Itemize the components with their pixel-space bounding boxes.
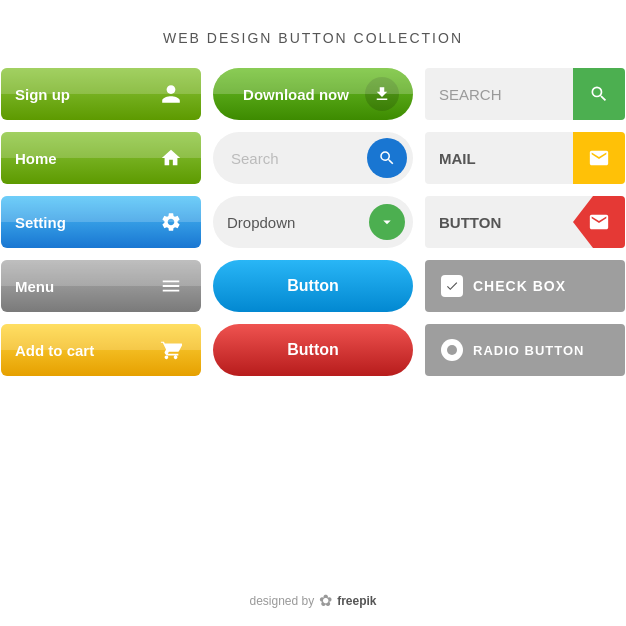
button-label: BUTTON <box>425 214 573 231</box>
dropdown-button[interactable]: Dropdown <box>213 196 413 248</box>
footer-text: designed by <box>249 594 314 608</box>
signup-label: Sign up <box>15 86 155 103</box>
user-icon <box>155 78 187 110</box>
setting-button[interactable]: Setting <box>1 196 201 248</box>
freepik-logo: ✿ <box>319 591 332 610</box>
download-label: Download now <box>227 86 365 103</box>
search-bar-1[interactable]: SEARCH <box>425 68 625 120</box>
radio-inner <box>447 345 457 355</box>
checkbox-check <box>441 275 463 297</box>
pill-button-1[interactable]: Button <box>213 260 413 312</box>
home-icon <box>155 142 187 174</box>
red-mail-icon <box>573 196 625 248</box>
mail-button[interactable]: MAIL <box>425 132 625 184</box>
add-to-cart-label: Add to cart <box>15 342 155 359</box>
radio-button[interactable]: RADIO BUTTON <box>425 324 625 376</box>
search-placeholder: SEARCH <box>425 86 573 103</box>
checkbox-button[interactable]: CHECK BOX <box>425 260 625 312</box>
search-button-icon[interactable] <box>573 68 625 120</box>
search-bar-2[interactable]: Search <box>213 132 413 184</box>
download-icon <box>365 77 399 111</box>
download-button[interactable]: Download now <box>213 68 413 120</box>
settings-icon <box>155 206 187 238</box>
signup-button[interactable]: Sign up <box>1 68 201 120</box>
setting-label: Setting <box>15 214 155 231</box>
dropdown-icon <box>369 204 405 240</box>
cart-icon <box>155 334 187 366</box>
add-to-cart-button[interactable]: Add to cart <box>1 324 201 376</box>
menu-button[interactable]: Menu <box>1 260 201 312</box>
mail-icon <box>573 132 625 184</box>
radio-circle <box>441 339 463 361</box>
button-red-mail[interactable]: BUTTON <box>425 196 625 248</box>
mail-label: MAIL <box>425 150 573 167</box>
radio-label: RADIO BUTTON <box>473 343 584 358</box>
home-label: Home <box>15 150 155 167</box>
search2-icon[interactable] <box>367 138 407 178</box>
search2-placeholder: Search <box>213 150 367 167</box>
menu-icon <box>155 270 187 302</box>
button-grid: Sign up Download now SEARCH Home Search … <box>0 68 626 376</box>
pill-button-1-label: Button <box>287 277 339 295</box>
home-button[interactable]: Home <box>1 132 201 184</box>
pill-button-2-label: Button <box>287 341 339 359</box>
footer-brand: freepik <box>337 594 376 608</box>
checkbox-label: CHECK BOX <box>473 278 566 294</box>
page-title: WEB DESIGN BUTTON COLLECTION <box>163 30 463 46</box>
pill-button-2[interactable]: Button <box>213 324 413 376</box>
menu-label: Menu <box>15 278 155 295</box>
footer: designed by ✿ freepik <box>249 591 376 610</box>
dropdown-label: Dropdown <box>213 214 369 231</box>
